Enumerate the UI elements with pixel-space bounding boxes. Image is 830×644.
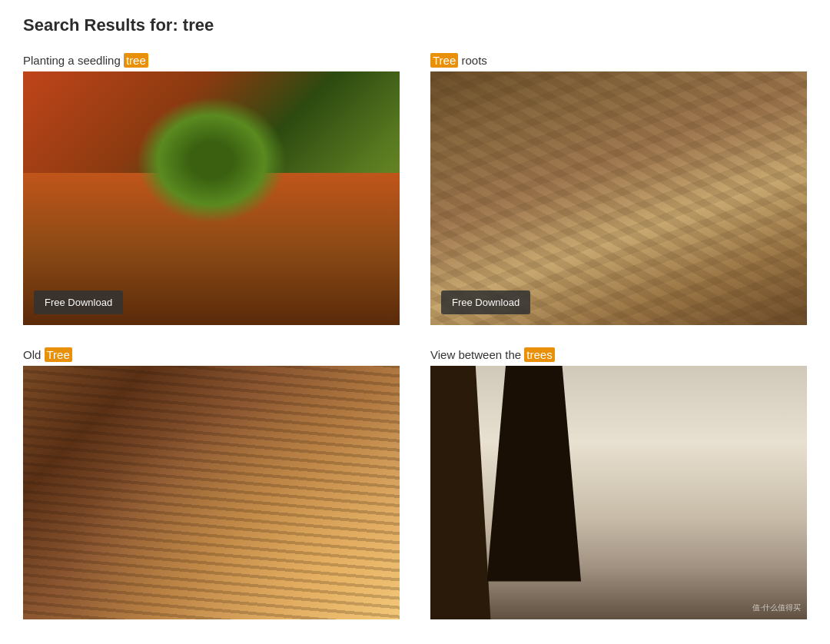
image-old-tree[interactable]	[23, 366, 400, 619]
result-title-trees-view: View between the trees	[430, 348, 807, 361]
result-item-trees-view: View between the trees 值·什么值得买	[430, 348, 807, 619]
image-trees-view[interactable]: 值·什么值得买	[430, 366, 807, 619]
results-grid: Planting a seedling tree Free Download T…	[23, 54, 807, 619]
page-title: Search Results for: tree	[23, 15, 807, 35]
highlight-trees-4: trees	[524, 347, 554, 362]
highlight-tree-1: tree	[124, 53, 148, 68]
result-item-roots: Tree roots Free Download	[430, 54, 807, 325]
download-button-roots[interactable]: Free Download	[441, 290, 530, 314]
result-title-old-tree: Old Tree	[23, 348, 400, 361]
result-item-seedling: Planting a seedling tree Free Download	[23, 54, 400, 325]
image-roots[interactable]: Free Download	[430, 71, 807, 325]
watermark: 值·什么值得买	[752, 603, 801, 613]
highlight-tree-2: Tree	[430, 53, 458, 68]
highlight-tree-3: Tree	[45, 347, 72, 362]
image-seedling[interactable]: Free Download	[23, 71, 400, 325]
result-item-old-tree: Old Tree	[23, 348, 400, 619]
download-button-seedling[interactable]: Free Download	[34, 290, 123, 314]
result-title-seedling: Planting a seedling tree	[23, 54, 400, 67]
result-title-roots: Tree roots	[430, 54, 807, 67]
